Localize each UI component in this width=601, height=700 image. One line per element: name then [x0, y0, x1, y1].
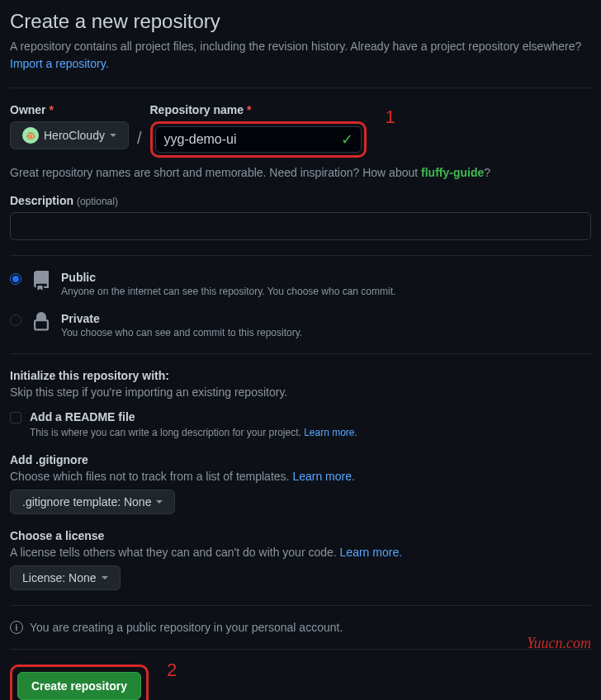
divider — [10, 605, 591, 606]
gitignore-title: Add .gitignore — [10, 453, 591, 466]
divider — [10, 88, 591, 88]
suggestion-link[interactable]: fluffy-guide — [421, 166, 484, 179]
gitignore-learn-link[interactable]: Learn more. — [292, 470, 354, 483]
description-input[interactable] — [10, 212, 591, 240]
license-learn-link[interactable]: Learn more. — [340, 546, 402, 559]
license-desc: A license tells others what they can and… — [10, 546, 591, 559]
divider — [10, 353, 591, 354]
avatar: 🐵 — [22, 127, 39, 144]
annotation-box-1: ✓ — [150, 121, 367, 158]
owner-dropdown[interactable]: 🐵 HeroCloudy — [10, 121, 129, 149]
name-hint: Great repository names are short and mem… — [10, 166, 591, 179]
gitignore-desc: Choose which files not to track from a l… — [10, 470, 591, 483]
info-row: i You are creating a public repository i… — [10, 621, 591, 634]
public-radio[interactable] — [10, 273, 21, 285]
repo-name-label: Repository name * — [150, 103, 367, 116]
readme-desc: This is where you can write a long descr… — [30, 427, 591, 438]
lock-icon — [31, 312, 51, 332]
chevron-down-icon — [110, 134, 116, 137]
owner-label: Owner * — [10, 103, 129, 116]
private-desc: You choose who can see and commit to thi… — [61, 327, 302, 338]
readme-label: Add a README file — [30, 410, 135, 423]
description-label: Description (optional) — [10, 194, 591, 207]
chevron-down-icon — [156, 500, 163, 504]
divider — [10, 255, 591, 256]
chevron-down-icon — [102, 576, 108, 579]
check-icon: ✓ — [341, 130, 353, 149]
slash-separator: / — [137, 129, 142, 148]
private-radio[interactable] — [10, 315, 21, 326]
gitignore-dropdown[interactable]: .gitignore template: None — [10, 490, 175, 514]
repository-name-input[interactable] — [155, 126, 362, 153]
repo-icon — [31, 271, 51, 291]
divider — [10, 649, 591, 650]
private-title: Private — [61, 312, 302, 325]
watermark: Yuucn.com — [527, 635, 591, 652]
init-title: Initialize this repository with: — [10, 369, 591, 382]
annotation-1: 1 — [386, 106, 395, 128]
license-dropdown[interactable]: License: None — [10, 565, 121, 590]
info-icon: i — [10, 621, 23, 634]
readme-checkbox[interactable] — [10, 412, 21, 423]
annotation-box-2: Create repository — [10, 665, 149, 700]
create-repository-button[interactable]: Create repository — [17, 672, 141, 700]
import-repository-link[interactable]: Import a repository. — [10, 57, 109, 70]
public-desc: Anyone on the internet can see this repo… — [61, 286, 395, 297]
license-title: Choose a license — [10, 529, 591, 542]
annotation-2: 2 — [167, 660, 177, 681]
page-title: Create a new repository — [10, 10, 591, 33]
public-title: Public — [61, 271, 395, 284]
init-sub: Skip this step if you're importing an ex… — [10, 385, 591, 399]
readme-learn-link[interactable]: Learn more. — [304, 427, 357, 438]
page-subtitle: A repository contains all project files,… — [10, 38, 591, 73]
